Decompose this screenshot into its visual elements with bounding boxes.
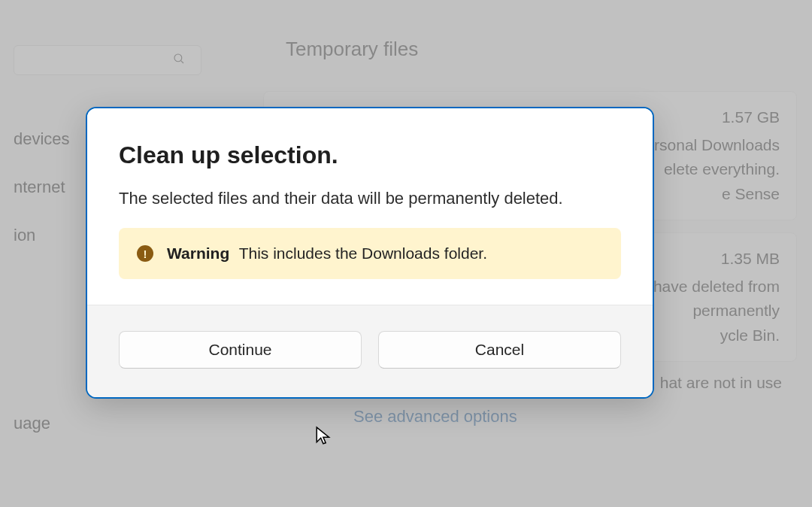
continue-button[interactable]: Continue xyxy=(119,331,362,369)
warning-label: Warning xyxy=(167,244,229,262)
cleanup-dialog: Clean up selection. The selected files a… xyxy=(86,107,654,399)
dialog-title: Clean up selection. xyxy=(119,141,621,169)
dialog-message: The selected files and their data will b… xyxy=(119,189,621,208)
warning-infobar: ! Warning This includes the Downloads fo… xyxy=(119,228,621,279)
dialog-footer: Continue Cancel xyxy=(87,305,653,397)
cancel-button[interactable]: Cancel xyxy=(378,331,621,369)
warning-text: This includes the Downloads folder. xyxy=(239,244,487,262)
dialog-body: Clean up selection. The selected files a… xyxy=(87,108,653,305)
warning-icon: ! xyxy=(137,245,153,262)
